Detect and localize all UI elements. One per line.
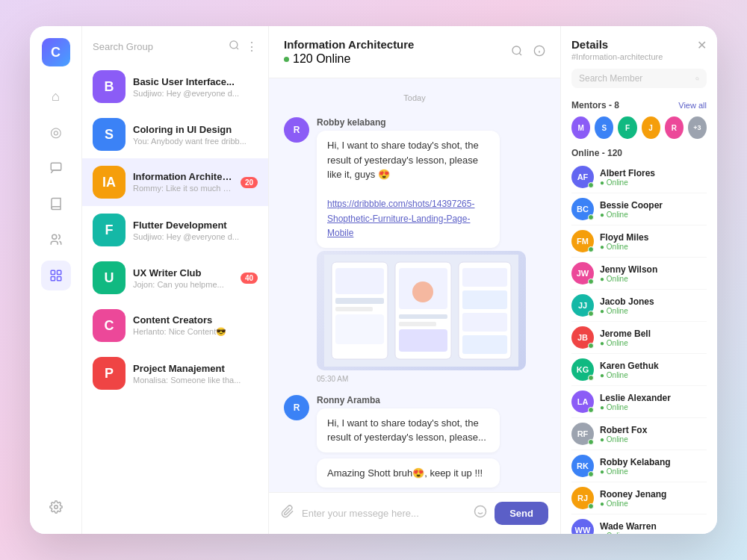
member-info: Wade Warren ● Online — [600, 521, 707, 535]
details-title: Details — [571, 38, 663, 51]
group-avatar: U — [93, 261, 125, 294]
details-subtitle: #Information-architecture — [571, 52, 663, 61]
member-avatar-wrap: RJ — [571, 487, 594, 509]
member-avatar-wrap: RK — [571, 455, 594, 477]
group-item-info-arch[interactable]: IA Information Architecture Rommy: Like … — [82, 158, 268, 206]
mentors-label: Mentors - 8 — [571, 100, 619, 111]
svg-point-1 — [52, 234, 56, 239]
member-online-dot — [588, 503, 594, 509]
svg-rect-15 — [335, 298, 384, 304]
online-count: 120 Online — [293, 52, 350, 66]
avatar-placeholder: C — [93, 309, 125, 342]
svg-rect-17 — [335, 314, 384, 344]
member-item[interactable]: KG Karen Gethuk ● Online — [571, 354, 707, 386]
mentors-row: MSFJR+3 — [571, 116, 707, 139]
more-icon[interactable]: ⋮ — [246, 40, 258, 54]
svg-rect-23 — [399, 329, 447, 352]
member-info: Bessie Cooper ● Online — [600, 200, 707, 219]
svg-point-29 — [475, 506, 486, 517]
chat-info-icon[interactable] — [533, 45, 545, 60]
close-button[interactable]: ✕ — [697, 38, 707, 52]
avatar-placeholder: P — [93, 357, 125, 390]
sidebar-item-settings[interactable] — [41, 492, 71, 522]
member-item[interactable]: RJ Rooney Jenang ● Online — [571, 482, 707, 514]
member-avatar-wrap: AF — [571, 166, 594, 188]
message-row: R Robby kelabang Hi, I want to share tod… — [284, 117, 545, 383]
group-item-content-creators[interactable]: C Content Creators Herlanto: Nice Conten… — [82, 302, 268, 349]
search-group-input[interactable] — [93, 41, 223, 52]
send-button[interactable]: Send — [495, 502, 548, 525]
sidebar-item-chat[interactable] — [41, 153, 71, 183]
member-item[interactable]: JB Jerome Bell ● Online — [571, 322, 707, 354]
member-item[interactable]: RF Robert Fox ● Online — [571, 418, 707, 450]
details-panel: Details #Information-architecture ✕ Ment… — [560, 26, 717, 534]
emoji-icon[interactable] — [474, 505, 487, 522]
group-list: ⋮ B Basic User Interface... Sudjiwo: Hey… — [82, 26, 269, 534]
group-avatar: P — [93, 357, 125, 390]
mentor-avatar-extra: +3 — [688, 116, 707, 139]
group-item-project-mgmt[interactable]: P Project Manajement Monalisa: Someone l… — [82, 349, 268, 397]
sidebar-item-home[interactable]: ⌂ — [41, 81, 71, 111]
chat-input-bar: Send — [269, 492, 560, 534]
group-avatar: IA — [93, 166, 125, 199]
member-status: ● Online — [600, 467, 707, 476]
member-name: Jacob Jones — [600, 296, 707, 307]
group-item-coloring-ui[interactable]: S Coloring in UI Design You: Anybody wan… — [82, 111, 268, 158]
sidebar-item-book[interactable] — [41, 189, 71, 219]
mentor-avatar-2: F — [618, 116, 636, 139]
member-online-dot — [588, 311, 594, 317]
group-item-flutter[interactable]: F Flutter Development Sudjiwo: Hey @ever… — [82, 206, 268, 254]
message-bubble: Hi, I want to share today's shot, the re… — [317, 408, 500, 452]
group-item-basic-ui[interactable]: B Basic User Interface... Sudjiwo: Hey @… — [82, 63, 268, 111]
member-item[interactable]: JW Jenny Wilson ● Online — [571, 258, 707, 290]
group-name: Basic User Interface... — [133, 76, 258, 87]
svg-rect-3 — [57, 270, 61, 274]
search-icon[interactable] — [229, 40, 240, 54]
member-item[interactable]: FM Floyd Miles ● Online — [571, 225, 707, 258]
member-item[interactable]: JJ Jacob Jones ● Online — [571, 290, 707, 322]
member-item[interactable]: AF Albert Flores ● Online — [571, 161, 707, 193]
group-info: Coloring in UI Design You: Anybody want … — [133, 124, 258, 146]
attach-icon[interactable] — [281, 505, 294, 522]
avatar-placeholder: U — [93, 261, 125, 294]
group-name: Project Manajement — [133, 363, 258, 374]
member-info: Karen Gethuk ● Online — [600, 361, 707, 379]
badge: 20 — [241, 177, 258, 188]
message-bubble-2: Amazing Shott bruh😍, keep it up !!! — [317, 458, 500, 488]
member-online-dot — [588, 439, 594, 445]
member-online-dot — [588, 214, 594, 220]
sidebar-item-people[interactable] — [41, 225, 71, 255]
group-item-ux-writer[interactable]: U UX Writer Club Jojon: Can you helpme..… — [82, 254, 268, 302]
mentor-avatar-4: R — [665, 116, 684, 139]
member-status: ● Online — [600, 275, 707, 283]
member-item[interactable]: BC Bessie Cooper ● Online — [571, 193, 707, 225]
member-item[interactable]: RK Robby Kelabang ● Online — [571, 450, 707, 482]
app-window: C ⌂ ◎ ⋮ B — [30, 26, 717, 534]
member-online-dot — [588, 407, 594, 413]
chat-search-icon[interactable] — [511, 45, 523, 60]
member-info: Jerome Bell ● Online — [600, 329, 707, 347]
sidebar-item-explore[interactable]: ◎ — [41, 117, 71, 147]
svg-point-6 — [54, 505, 58, 509]
sidebar: C ⌂ ◎ — [30, 26, 82, 534]
message-row: R Ronny Aramba Hi, I want to share today… — [284, 395, 545, 493]
message-content: Ronny Aramba Hi, I want to share today's… — [317, 395, 500, 493]
sidebar-item-groups[interactable] — [41, 261, 71, 290]
view-all-button[interactable]: View all — [678, 101, 707, 110]
member-search-input[interactable] — [579, 73, 691, 84]
member-name: Floyd Miles — [600, 232, 707, 243]
member-item[interactable]: WW Wade Warren ● Online — [571, 514, 707, 534]
svg-point-8 — [512, 46, 521, 55]
member-name: Robert Fox — [600, 425, 707, 435]
message-link[interactable]: https://dribbble.com/shots/14397265-Shop… — [327, 199, 474, 238]
group-info: Basic User Interface... Sudjiwo: Hey @ev… — [133, 76, 258, 98]
member-name: Jenny Wilson — [600, 264, 707, 275]
member-status: ● Online — [600, 178, 707, 187]
message-input[interactable] — [302, 508, 466, 519]
details-header: Details #Information-architecture ✕ — [561, 26, 717, 69]
app-logo: C — [42, 38, 70, 66]
mentor-avatar-0: M — [571, 116, 590, 139]
member-item[interactable]: LA Leslie Alexander ● Online — [571, 386, 707, 418]
member-avatar-wrap: KG — [571, 358, 594, 381]
svg-rect-25 — [462, 268, 507, 287]
